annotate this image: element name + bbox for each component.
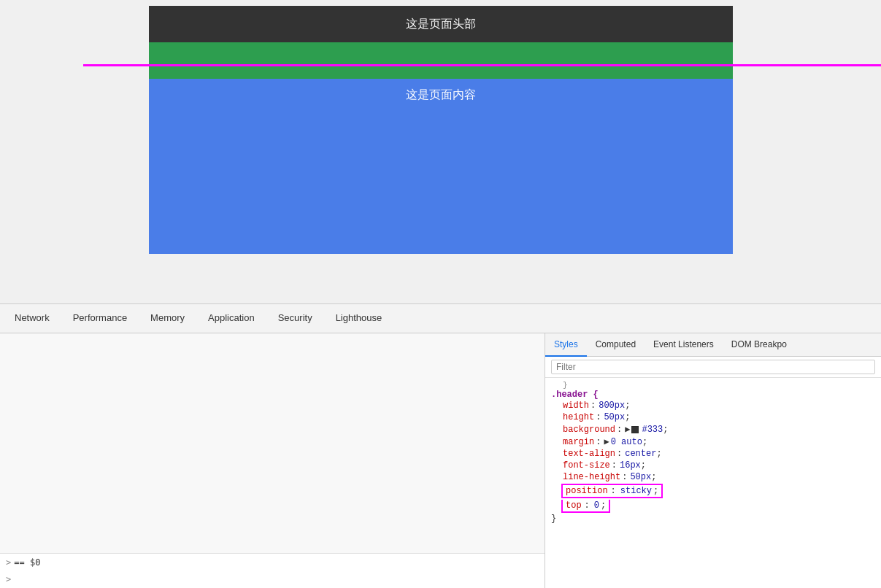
css-prop-value-top: 0 — [594, 500, 599, 511]
sticky-indicator-line — [83, 64, 882, 66]
browser-preview: 这是页面头部 这是页面内容 — [0, 0, 881, 303]
css-prop-value-background: #333 — [642, 425, 663, 435]
css-prop-name-top: top — [566, 500, 582, 511]
css-prop-value-height: 50px — [604, 412, 625, 422]
tab-application[interactable]: Application — [196, 304, 266, 333]
styles-tab-dom-breakpoints[interactable]: DOM Breakpo — [723, 333, 796, 357]
console-arrow-icon: > — [6, 557, 11, 568]
css-prop-width: width : 800px ; — [551, 400, 875, 411]
css-prop-value-text-align: center — [625, 449, 656, 459]
css-prop-name-height: height — [563, 412, 594, 422]
css-prop-name-background: background — [563, 425, 615, 435]
css-color-swatch-background[interactable] — [631, 426, 639, 433]
tab-lighthouse[interactable]: Lighthouse — [324, 304, 394, 333]
styles-content: } .header { width : 800px ; height — [545, 378, 881, 588]
css-prop-name-width: width — [563, 401, 589, 411]
css-prop-value-line-height: 50px — [630, 472, 651, 482]
console-prompt-row[interactable]: > — [0, 570, 545, 588]
css-prop-font-size: font-size : 16px ; — [551, 460, 875, 471]
css-prop-position: position : sticky ; — [551, 483, 875, 499]
tab-memory[interactable]: Memory — [139, 304, 196, 333]
css-prop-value-margin: 0 auto — [611, 437, 642, 447]
css-prop-background: background : ▶ #333 ; — [551, 423, 875, 436]
styles-filter-bar — [545, 357, 881, 378]
css-small-text: } — [551, 381, 875, 390]
preview-inner: 这是页面头部 这是页面内容 — [149, 6, 733, 254]
styles-tab-computed[interactable]: Computed — [587, 333, 645, 357]
css-prop-name-line-height: line-height — [563, 472, 620, 482]
header-text: 这是页面头部 — [406, 6, 476, 42]
css-prop-name-margin: margin — [563, 437, 594, 447]
tab-performance[interactable]: Performance — [61, 304, 139, 333]
css-prop-name-text-align: text-align — [563, 449, 615, 459]
css-closing-brace: } — [551, 514, 875, 524]
css-selector-line: .header { — [551, 390, 875, 400]
content-text: 这是页面内容 — [406, 88, 476, 103]
tab-network[interactable]: Network — [3, 304, 61, 333]
css-prop-height: height : 50px ; — [551, 411, 875, 423]
devtools-right-panel: Styles Computed Event Listeners DOM Brea… — [545, 333, 881, 588]
console-output — [0, 333, 545, 553]
css-highlighted-top-block: top : 0 ; — [561, 500, 610, 513]
nav-bar-block — [149, 42, 733, 79]
page-header: 这是页面头部 — [149, 6, 733, 42]
css-block: .header { width : 800px ; height : 50px — [551, 390, 875, 524]
css-prop-top: top : 0 ; — [551, 499, 875, 514]
css-prop-value-font-size: 16px — [620, 460, 641, 471]
css-prop-name-font-size: font-size — [563, 460, 610, 471]
tab-security[interactable]: Security — [266, 304, 324, 333]
devtools-main: > == $0 > Styles Computed Event Listener… — [0, 333, 881, 588]
css-prop-value-width: 800px — [599, 401, 625, 411]
css-arrow-background[interactable]: ▶ — [625, 424, 630, 435]
css-prop-line-height: line-height : 50px ; — [551, 471, 875, 483]
console-var-label: == $0 — [14, 557, 40, 568]
css-highlighted-block: position : sticky ; — [561, 484, 663, 498]
css-arrow-margin[interactable]: ▶ — [604, 436, 609, 447]
devtools-panel: Network Performance Memory Application S… — [0, 303, 881, 588]
styles-tab-bar: Styles Computed Event Listeners DOM Brea… — [545, 333, 881, 357]
styles-tab-styles[interactable]: Styles — [545, 333, 587, 357]
page-content: 这是页面内容 — [149, 79, 733, 254]
css-prop-name-position: position — [566, 486, 608, 496]
console-input-row: > == $0 — [0, 553, 545, 570]
styles-filter-input[interactable] — [551, 360, 875, 374]
devtools-tab-bar: Network Performance Memory Application S… — [0, 304, 881, 333]
css-selector-text: .header { — [551, 390, 599, 400]
css-prop-text-align: text-align : center ; — [551, 448, 875, 460]
styles-tab-event-listeners[interactable]: Event Listeners — [645, 333, 723, 357]
css-prop-value-position: sticky — [620, 486, 652, 496]
devtools-left-panel: > == $0 > — [0, 333, 545, 588]
css-prop-margin: margin : ▶ 0 auto ; — [551, 436, 875, 448]
console-prompt-icon: > — [6, 574, 11, 584]
